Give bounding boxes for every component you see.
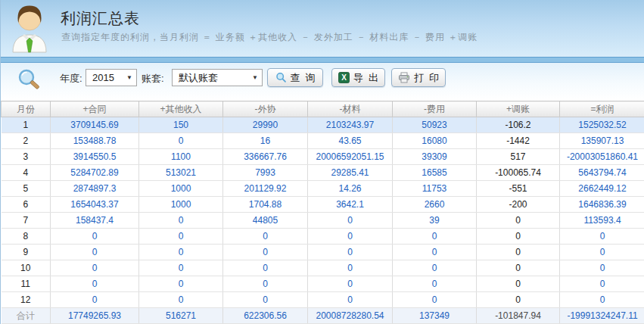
value-cell: 11753 (393, 181, 477, 197)
value-cell: 39309 (393, 149, 477, 165)
column-header: +调账 (477, 101, 560, 117)
value-cell: 0 (560, 229, 644, 245)
value-cell: 0 (308, 260, 393, 276)
user-avatar-icon (10, 2, 49, 54)
value-cell: 1000 (139, 197, 223, 213)
value-cell: -106.2 (477, 117, 560, 133)
value-cell: 516271 (139, 308, 223, 324)
table-row[interactable]: 100000000 (2, 260, 644, 276)
month-cell: 7 (2, 213, 51, 229)
month-cell: 2 (2, 133, 51, 149)
value-cell: 1704.88 (223, 197, 308, 213)
printer-icon (398, 72, 410, 83)
table-row[interactable]: 80000000 (2, 229, 644, 245)
value-cell: -100065.74 (477, 165, 560, 181)
toolbar: 年度: 2015 ▼ 账套: 默认账套 ▼ 查询 X 导出 (1, 63, 644, 101)
export-button[interactable]: X 导出 (331, 68, 385, 87)
value-cell: 2662449.12 (560, 181, 644, 197)
value-cell: 0 (393, 292, 477, 308)
value-cell: 0 (308, 292, 393, 308)
value-cell: 0 (393, 245, 477, 260)
month-cell: 8 (2, 229, 51, 245)
account-select[interactable]: 默认账套 ▼ (172, 69, 263, 86)
chevron-down-icon: ▼ (252, 74, 258, 81)
value-cell: 7993 (223, 165, 308, 181)
table-row[interactable]: 52874897.31000201129.9214.2611753-551266… (2, 181, 644, 197)
column-header: 月份 (2, 101, 51, 117)
value-cell: 0 (308, 245, 393, 260)
value-cell: 5284702.89 (51, 165, 139, 181)
table-row[interactable]: 120000000 (2, 292, 644, 308)
month-cell: 9 (2, 245, 51, 260)
value-cell: 0 (139, 245, 223, 260)
value-cell: 0 (393, 229, 477, 245)
value-cell: 0 (223, 245, 308, 260)
value-cell: 0 (139, 276, 223, 292)
value-cell: 0 (477, 276, 560, 292)
value-cell: 150 (139, 117, 223, 133)
value-cell: -19991324247.11 (560, 308, 644, 324)
value-cell: 0 (139, 229, 223, 245)
table-row[interactable]: 13709145.69150299902103243.9750923-106.2… (2, 117, 644, 133)
value-cell: 2103243.97 (308, 117, 393, 133)
value-cell: 16080 (393, 133, 477, 149)
value-cell: 0 (560, 245, 644, 260)
total-label-cell: 合计 (2, 308, 51, 324)
value-cell: 0 (51, 292, 139, 308)
value-cell: -20003051860.41 (560, 149, 644, 165)
search-button-label: 查询 (291, 71, 321, 85)
month-cell: 1 (2, 117, 51, 133)
profit-table: 月份+合同+其他收入-外协-材料-费用+调账=利润 13709145.69150… (1, 101, 644, 324)
value-cell: 43.65 (308, 133, 393, 149)
table-row[interactable]: 61654043.3710001704.883642.12660-2001646… (2, 197, 644, 213)
total-row: 合计17749265.93516271622306.5620008728280.… (2, 308, 644, 324)
value-cell: 0 (51, 245, 139, 260)
value-cell: 0 (560, 276, 644, 292)
value-cell: 513021 (139, 165, 223, 181)
value-cell: 0 (560, 292, 644, 308)
value-cell: 1525032.52 (560, 117, 644, 133)
page-header: 利润汇总表 查询指定年度的利润，当月利润 ＝ 业务额 ＋其他收入 － 发外加工 … (1, 0, 644, 57)
table-row[interactable]: 7158437.40448050390113593.4 (2, 213, 644, 229)
page-subtitle: 查询指定年度的利润，当月利润 ＝ 业务额 ＋其他收入 － 发外加工 － 材料出库… (61, 31, 478, 44)
value-cell: -101847.94 (477, 308, 560, 324)
value-cell: 0 (477, 245, 560, 260)
value-cell: 1654043.37 (51, 197, 139, 213)
value-cell: 0 (51, 229, 139, 245)
search-icon (275, 72, 287, 83)
value-cell: 17749265.93 (51, 308, 139, 324)
value-cell: 0 (477, 260, 560, 276)
value-cell: 336667.76 (223, 149, 308, 165)
search-button[interactable]: 查询 (267, 68, 323, 87)
value-cell: 135907.13 (560, 133, 644, 149)
column-header: -外协 (223, 101, 308, 117)
value-cell: 0 (139, 213, 223, 229)
table-row[interactable]: 90000000 (2, 245, 644, 260)
value-cell: 0 (223, 292, 308, 308)
print-button[interactable]: 打印 (391, 68, 446, 87)
value-cell: -200 (477, 197, 560, 213)
month-cell: 3 (2, 149, 51, 165)
value-cell: 0 (223, 260, 308, 276)
value-cell: -551 (477, 181, 560, 197)
export-button-label: 导出 (353, 71, 384, 85)
page-title: 利润汇总表 (61, 8, 140, 29)
value-cell: 2660 (393, 197, 477, 213)
app-window: 利润汇总表 查询指定年度的利润，当月利润 ＝ 业务额 ＋其他收入 － 发外加工 … (0, 0, 644, 324)
table-row[interactable]: 33914550.51100336667.7620006592051.15393… (2, 149, 644, 165)
value-cell: 5643794.74 (560, 165, 644, 181)
header-divider (1, 57, 644, 63)
table-row[interactable]: 2153488.7801643.6516080-1442135907.13 (2, 133, 644, 149)
table-row[interactable]: 45284702.89513021799329285.4116585-10006… (2, 165, 644, 181)
month-cell: 11 (2, 276, 51, 292)
svg-text:X: X (341, 73, 347, 82)
value-cell: 14.26 (308, 181, 393, 197)
value-cell: 622306.56 (223, 308, 308, 324)
value-cell: 50923 (393, 117, 477, 133)
column-header: -费用 (393, 101, 477, 117)
year-select[interactable]: 2015 ▼ (86, 69, 137, 86)
value-cell: 113593.4 (560, 213, 644, 229)
value-cell: 0 (560, 260, 644, 276)
value-cell: 29285.41 (308, 165, 393, 181)
table-row[interactable]: 110000000 (2, 276, 644, 292)
